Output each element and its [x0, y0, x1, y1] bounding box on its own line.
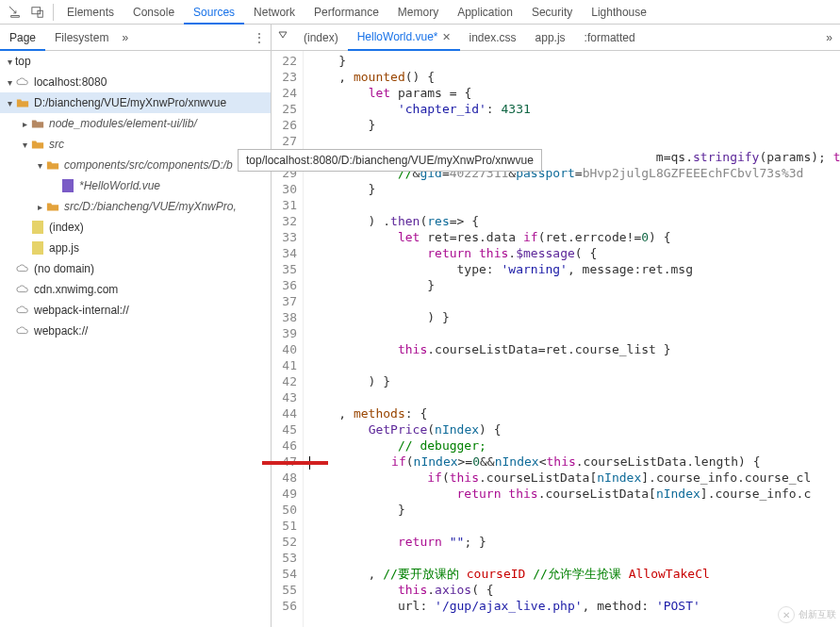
code-line[interactable]: this.courseListData=ret.course_list }: [309, 341, 840, 357]
line-number[interactable]: 48: [272, 470, 297, 486]
code-line[interactable]: [309, 357, 840, 373]
chevron-down-icon[interactable]: ▾: [4, 57, 15, 67]
line-number[interactable]: 49: [272, 486, 297, 502]
navigator-tab-page[interactable]: Page: [0, 25, 45, 51]
line-number[interactable]: 53: [272, 550, 297, 566]
code-line[interactable]: ) .then(res=> {: [309, 213, 840, 229]
code-line[interactable]: [309, 518, 840, 534]
code-line[interactable]: [309, 550, 840, 566]
line-number[interactable]: 55: [272, 582, 297, 598]
line-number[interactable]: 34: [272, 245, 297, 261]
code-line[interactable]: , mounted() {: [309, 69, 840, 85]
code-line[interactable]: this.axios( {: [309, 582, 840, 598]
navigator-tab-filesystem[interactable]: Filesystem: [45, 25, 118, 51]
code-line[interactable]: ) }: [309, 309, 840, 325]
tree-item[interactable]: ▾src: [0, 134, 271, 155]
line-number[interactable]: 37: [272, 293, 297, 309]
tree-item[interactable]: (no domain): [0, 258, 271, 279]
code-line[interactable]: // debugger;: [309, 437, 840, 454]
close-icon[interactable]: ✕: [442, 25, 451, 50]
line-number[interactable]: 54: [272, 566, 297, 582]
line-number[interactable]: 52: [272, 534, 297, 550]
code-line[interactable]: [309, 293, 840, 309]
tab-performance[interactable]: Performance: [305, 0, 388, 25]
tree-item[interactable]: (index): [0, 217, 271, 238]
code-line[interactable]: return this.courseListData[nIndex].cours…: [309, 486, 840, 502]
code-line[interactable]: if(nIndex>=0&&nIndex<this.courseListData…: [309, 454, 840, 470]
file-tab-formatted[interactable]: :formatted: [575, 25, 645, 51]
code-editor[interactable]: 2223242526272829303132333435363738394041…: [272, 51, 840, 627]
code-line[interactable]: [309, 197, 840, 213]
tree-item[interactable]: webpack-internal://: [0, 300, 271, 321]
navigator-tabs-more-icon[interactable]: »: [122, 31, 128, 44]
file-navigator[interactable]: ▾top▾localhost:8080▾D:/biancheng/VUE/myX…: [0, 51, 272, 627]
device-toggle-icon[interactable]: [26, 1, 49, 24]
code-line[interactable]: }: [309, 502, 840, 518]
code-line[interactable]: GetPrice(nIndex) {: [309, 421, 840, 437]
tab-memory[interactable]: Memory: [388, 0, 448, 25]
tab-network[interactable]: Network: [244, 0, 305, 25]
line-number[interactable]: 32: [272, 213, 297, 229]
line-number[interactable]: 36: [272, 277, 297, 293]
file-tab-indexcss[interactable]: index.css: [460, 25, 526, 51]
tree-item[interactable]: ▸src/D:/biancheng/VUE/myXnwPro,: [0, 196, 271, 217]
line-number[interactable]: 22: [272, 53, 297, 69]
line-number[interactable]: 39: [272, 325, 297, 341]
line-number[interactable]: 31: [272, 197, 297, 213]
tree-item[interactable]: *HelloWorld.vue: [0, 175, 271, 196]
code-line[interactable]: let params = {: [309, 85, 840, 101]
tab-application[interactable]: Application: [448, 0, 522, 25]
code-line[interactable]: , methods: {: [309, 405, 840, 421]
code-line[interactable]: [309, 133, 840, 149]
line-number[interactable]: 50: [272, 502, 297, 518]
code-line[interactable]: let ret=res.data if(ret.errcode!=0) {: [309, 229, 840, 245]
chevron-down-icon[interactable]: ▾: [4, 98, 15, 108]
file-tab-appjs[interactable]: app.js: [526, 25, 575, 51]
tree-item[interactable]: webpack://: [0, 321, 271, 341]
code-line[interactable]: url: '/gup/ajax_live.php', method: 'POST…: [309, 598, 840, 614]
line-number[interactable]: 30: [272, 181, 297, 197]
tree-item[interactable]: ▾D:/biancheng/VUE/myXnwPro/xnwvue: [0, 92, 271, 113]
code-line[interactable]: [309, 325, 840, 341]
chevron-right-icon[interactable]: ▸: [19, 119, 30, 129]
chevron-down-icon[interactable]: ▾: [4, 77, 15, 88]
line-number[interactable]: 42: [272, 373, 297, 389]
chevron-down-icon[interactable]: ▾: [19, 140, 30, 150]
code-line[interactable]: }: [309, 53, 840, 69]
code-line[interactable]: }: [309, 181, 840, 197]
line-number[interactable]: 51: [272, 518, 297, 534]
tab-sources[interactable]: Sources: [184, 0, 244, 25]
tree-item[interactable]: ▾localhost:8080: [0, 72, 271, 92]
files-caret-icon[interactable]: [272, 30, 294, 44]
tree-item[interactable]: ▾components/src/components/D:/b: [0, 155, 271, 175]
file-tab-helloworld[interactable]: HelloWorld.vue* ✕: [348, 25, 460, 51]
tab-console[interactable]: Console: [124, 0, 184, 25]
line-number[interactable]: 44: [272, 405, 297, 421]
line-number[interactable]: 24: [272, 85, 297, 101]
tree-item[interactable]: ▸node_modules/element-ui/lib/: [0, 113, 271, 134]
code-line[interactable]: ) }: [309, 373, 840, 389]
line-number[interactable]: 38: [272, 309, 297, 325]
line-number[interactable]: 26: [272, 117, 297, 133]
line-number[interactable]: 46: [272, 437, 297, 454]
line-number[interactable]: 35: [272, 261, 297, 277]
file-tabs-more-icon[interactable]: »: [818, 31, 840, 44]
navigator-menu-icon[interactable]: ⋮: [248, 31, 271, 44]
code-line[interactable]: return this.$message( {: [309, 245, 840, 261]
code-line[interactable]: }: [309, 277, 840, 293]
tab-lighthouse[interactable]: Lighthouse: [582, 0, 656, 25]
tab-security[interactable]: Security: [522, 0, 582, 25]
tab-elements[interactable]: Elements: [58, 0, 124, 25]
line-number[interactable]: 33: [272, 229, 297, 245]
code-line[interactable]: }: [309, 117, 840, 133]
code-line[interactable]: 'chapter_id': 4331: [309, 101, 840, 117]
line-number[interactable]: 40: [272, 341, 297, 357]
line-number[interactable]: 23: [272, 69, 297, 85]
code-line[interactable]: [309, 389, 840, 405]
line-number[interactable]: 41: [272, 357, 297, 373]
line-number[interactable]: 45: [272, 421, 297, 437]
line-number[interactable]: 56: [272, 598, 297, 614]
tree-item[interactable]: ▾top: [0, 51, 271, 72]
code-line[interactable]: return ""; }: [309, 534, 840, 550]
chevron-right-icon[interactable]: ▸: [34, 202, 45, 212]
